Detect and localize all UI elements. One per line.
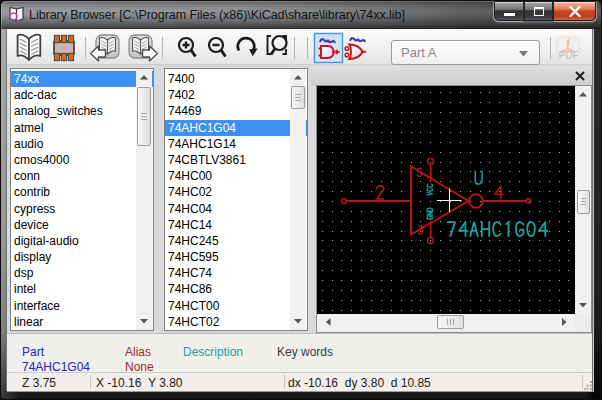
svg-text:PDF: PDF xyxy=(559,50,579,61)
